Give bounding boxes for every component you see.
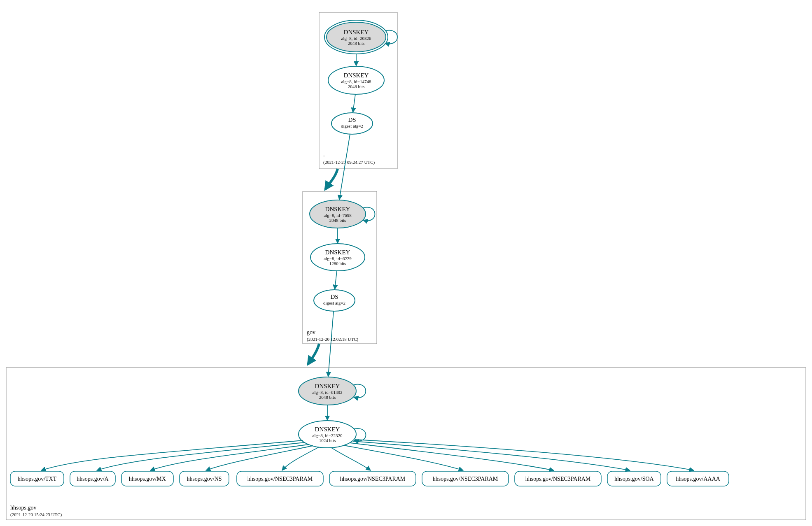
svg-text:DS: DS <box>330 293 338 300</box>
svg-text:hhsops.gov/AAAA: hhsops.gov/AAAA <box>676 476 721 482</box>
edge-zsk-to-ns <box>206 446 313 470</box>
svg-text:DS: DS <box>348 116 356 123</box>
svg-text:hhsops.gov/MX: hhsops.gov/MX <box>129 476 166 482</box>
svg-text:alg=8, id=7698: alg=8, id=7698 <box>324 213 352 218</box>
dnssec-diagram: . (2021-12-20 09:24:27 UTC) DNSKEY alg=8… <box>0 0 812 526</box>
svg-text:2048 bits: 2048 bits <box>348 41 365 46</box>
zone-hhsops-box <box>6 368 806 520</box>
svg-text:2048 bits: 2048 bits <box>329 218 346 223</box>
edge-zsk-to-aaaa <box>355 440 694 470</box>
svg-text:DNSKEY: DNSKEY <box>344 29 369 35</box>
zone-root-timestamp: (2021-12-20 09:24:27 UTC) <box>323 160 375 165</box>
zone-hhsops-name: hhsops.gov <box>10 505 36 511</box>
zone-gov-timestamp: (2021-12-20 12:02:18 UTC) <box>307 337 359 342</box>
edge-zsk-to-mx <box>150 445 309 470</box>
svg-text:DNSKEY: DNSKEY <box>325 206 350 212</box>
edge-gov-to-hhsops-zone <box>308 344 319 364</box>
gov-ksk-node: DNSKEY alg=8, id=7698 2048 bits <box>310 200 366 228</box>
svg-text:alg=8, id=20326: alg=8, id=20326 <box>341 36 371 41</box>
svg-text:1280 bits: 1280 bits <box>329 261 346 266</box>
svg-text:hhsops.gov/TXT: hhsops.gov/TXT <box>18 476 57 482</box>
svg-text:hhsops.gov/NSEC3PARAM: hhsops.gov/NSEC3PARAM <box>525 476 591 482</box>
records-row: hhsops.gov/TXT hhsops.gov/A hhsops.gov/M… <box>10 471 729 486</box>
svg-text:hhsops.gov/NS: hhsops.gov/NS <box>187 476 222 482</box>
edge-gov-zsk-ds <box>335 271 337 289</box>
edge-zsk-to-soa <box>353 441 630 470</box>
svg-text:2048 bits: 2048 bits <box>348 84 365 89</box>
gov-zsk-node: DNSKEY alg=8, id=6229 1280 bits <box>310 244 365 271</box>
svg-text:DNSKEY: DNSKEY <box>315 383 340 389</box>
svg-text:2048 bits: 2048 bits <box>319 395 336 400</box>
zone-root-name: . <box>323 151 325 158</box>
svg-text:hhsops.gov/NSEC3PARAM: hhsops.gov/NSEC3PARAM <box>340 476 406 482</box>
svg-text:DNSKEY: DNSKEY <box>344 72 369 79</box>
gov-ds-node: DS digest alg=2 <box>314 290 355 311</box>
svg-text:DNSKEY: DNSKEY <box>325 249 350 256</box>
svg-text:1024 bits: 1024 bits <box>319 438 336 443</box>
root-zsk-node: DNSKEY alg=8, id=14748 2048 bits <box>328 66 384 94</box>
svg-text:hhsops.gov/A: hhsops.gov/A <box>77 476 109 482</box>
svg-text:hhsops.gov/NSEC3PARAM: hhsops.gov/NSEC3PARAM <box>247 476 313 482</box>
zone-gov-name: gov <box>307 329 315 335</box>
svg-text:DNSKEY: DNSKEY <box>315 426 340 433</box>
edge-zsk-to-n3p2 <box>331 448 371 470</box>
edge-zsk-to-a <box>97 442 305 470</box>
svg-text:digest alg=2: digest alg=2 <box>341 123 363 128</box>
svg-text:alg=8, id=14748: alg=8, id=14748 <box>341 79 371 84</box>
svg-text:alg=8, id=61402: alg=8, id=61402 <box>313 390 343 395</box>
svg-text:hhsops.gov/NSEC3PARAM: hhsops.gov/NSEC3PARAM <box>433 476 498 482</box>
edge-root-to-gov-zone <box>325 169 338 189</box>
edge-zsk-to-n3p4 <box>350 443 554 470</box>
svg-text:alg=8, id=6229: alg=8, id=6229 <box>324 256 352 261</box>
svg-text:digest alg=2: digest alg=2 <box>323 300 345 305</box>
hhsops-zsk-node: DNSKEY alg=8, id=22320 1024 bits <box>299 421 356 448</box>
zone-hhsops-timestamp: (2021-12-20 15:24:23 UTC) <box>10 512 62 517</box>
hhsops-ksk-node: DNSKEY alg=8, id=61402 2048 bits <box>299 377 356 405</box>
edge-zsk-to-n3p1 <box>282 447 319 470</box>
root-ksk-node: DNSKEY alg=8, id=20326 2048 bits <box>324 20 388 54</box>
svg-text:hhsops.gov/SOA: hhsops.gov/SOA <box>614 476 654 482</box>
svg-text:alg=8, id=22320: alg=8, id=22320 <box>313 433 343 438</box>
edge-root-zsk-ds <box>353 94 355 112</box>
edge-root-ds-to-gov-ksk <box>339 134 350 200</box>
root-ds-node: DS digest alg=2 <box>331 113 373 134</box>
edge-zsk-to-txt <box>41 440 303 470</box>
